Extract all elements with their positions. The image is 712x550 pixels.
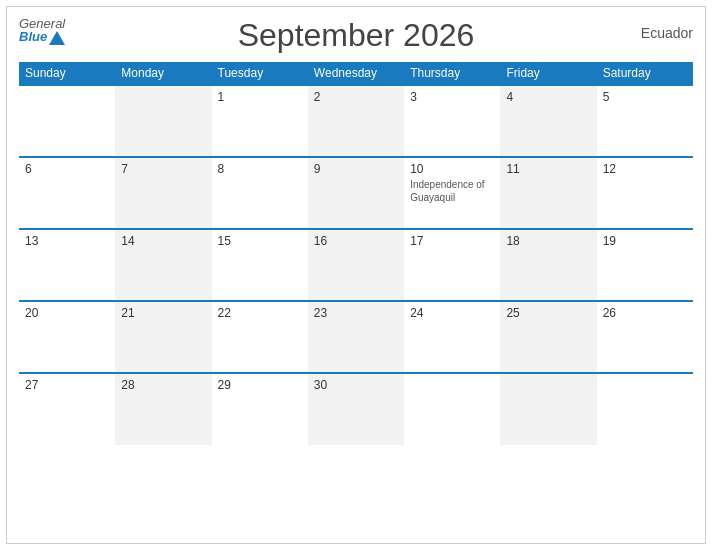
date-number: 10 — [410, 162, 494, 176]
day-cell: 3 — [404, 85, 500, 157]
date-number: 18 — [506, 234, 590, 248]
day-cell: 12 — [597, 157, 693, 229]
date-number: 15 — [218, 234, 302, 248]
date-number: 30 — [314, 378, 398, 392]
day-cell: 30 — [308, 373, 404, 445]
day-cell: 16 — [308, 229, 404, 301]
calendar-grid: Sunday Monday Tuesday Wednesday Thursday… — [19, 62, 693, 445]
date-number: 13 — [25, 234, 109, 248]
date-number: 9 — [314, 162, 398, 176]
header-friday: Friday — [500, 62, 596, 85]
day-cell: 17 — [404, 229, 500, 301]
week-row-0: 12345 — [19, 85, 693, 157]
date-number: 19 — [603, 234, 687, 248]
day-cell: 13 — [19, 229, 115, 301]
logo: General Blue — [19, 17, 65, 43]
date-number: 1 — [218, 90, 302, 104]
day-cell: 27 — [19, 373, 115, 445]
day-headers-row: Sunday Monday Tuesday Wednesday Thursday… — [19, 62, 693, 85]
calendar-body: 12345678910Independence of Guayaquil1112… — [19, 85, 693, 445]
date-number: 22 — [218, 306, 302, 320]
day-cell: 11 — [500, 157, 596, 229]
date-number: 25 — [506, 306, 590, 320]
date-number: 21 — [121, 306, 205, 320]
day-cell: 9 — [308, 157, 404, 229]
day-cell: 26 — [597, 301, 693, 373]
date-number: 12 — [603, 162, 687, 176]
header-tuesday: Tuesday — [212, 62, 308, 85]
day-cell: 8 — [212, 157, 308, 229]
day-cell: 29 — [212, 373, 308, 445]
day-cell: 1 — [212, 85, 308, 157]
logo-triangle-icon — [49, 31, 65, 45]
header-wednesday: Wednesday — [308, 62, 404, 85]
day-cell: 24 — [404, 301, 500, 373]
date-number: 14 — [121, 234, 205, 248]
date-number: 17 — [410, 234, 494, 248]
week-row-3: 20212223242526 — [19, 301, 693, 373]
week-row-2: 13141516171819 — [19, 229, 693, 301]
header-monday: Monday — [115, 62, 211, 85]
day-cell: 20 — [19, 301, 115, 373]
day-cell — [19, 85, 115, 157]
header-sunday: Sunday — [19, 62, 115, 85]
calendar-header: General Blue September 2026 Ecuador — [19, 17, 693, 54]
day-cell: 6 — [19, 157, 115, 229]
date-number: 24 — [410, 306, 494, 320]
day-cell — [404, 373, 500, 445]
day-cell: 7 — [115, 157, 211, 229]
day-cell: 22 — [212, 301, 308, 373]
day-cell — [115, 85, 211, 157]
date-number: 20 — [25, 306, 109, 320]
date-number: 27 — [25, 378, 109, 392]
day-cell: 21 — [115, 301, 211, 373]
week-row-1: 678910Independence of Guayaquil1112 — [19, 157, 693, 229]
date-number: 4 — [506, 90, 590, 104]
day-cell — [500, 373, 596, 445]
header-thursday: Thursday — [404, 62, 500, 85]
day-cell: 10Independence of Guayaquil — [404, 157, 500, 229]
date-number: 5 — [603, 90, 687, 104]
date-number: 2 — [314, 90, 398, 104]
date-number: 23 — [314, 306, 398, 320]
date-number: 16 — [314, 234, 398, 248]
country-label: Ecuador — [641, 25, 693, 41]
day-cell: 18 — [500, 229, 596, 301]
logo-blue-text: Blue — [19, 30, 65, 43]
holiday-label: Independence of Guayaquil — [410, 178, 494, 204]
calendar: General Blue September 2026 Ecuador Sund… — [6, 6, 706, 544]
date-number: 3 — [410, 90, 494, 104]
date-number: 29 — [218, 378, 302, 392]
day-cell: 15 — [212, 229, 308, 301]
day-cell: 19 — [597, 229, 693, 301]
day-cell: 28 — [115, 373, 211, 445]
day-cell: 5 — [597, 85, 693, 157]
date-number: 28 — [121, 378, 205, 392]
date-number: 7 — [121, 162, 205, 176]
date-number: 11 — [506, 162, 590, 176]
header-saturday: Saturday — [597, 62, 693, 85]
date-number: 26 — [603, 306, 687, 320]
day-cell: 4 — [500, 85, 596, 157]
date-number: 8 — [218, 162, 302, 176]
day-cell: 14 — [115, 229, 211, 301]
week-row-4: 27282930 — [19, 373, 693, 445]
day-cell: 25 — [500, 301, 596, 373]
day-cell: 23 — [308, 301, 404, 373]
day-cell — [597, 373, 693, 445]
date-number: 6 — [25, 162, 109, 176]
day-cell: 2 — [308, 85, 404, 157]
calendar-title: September 2026 — [238, 17, 475, 54]
